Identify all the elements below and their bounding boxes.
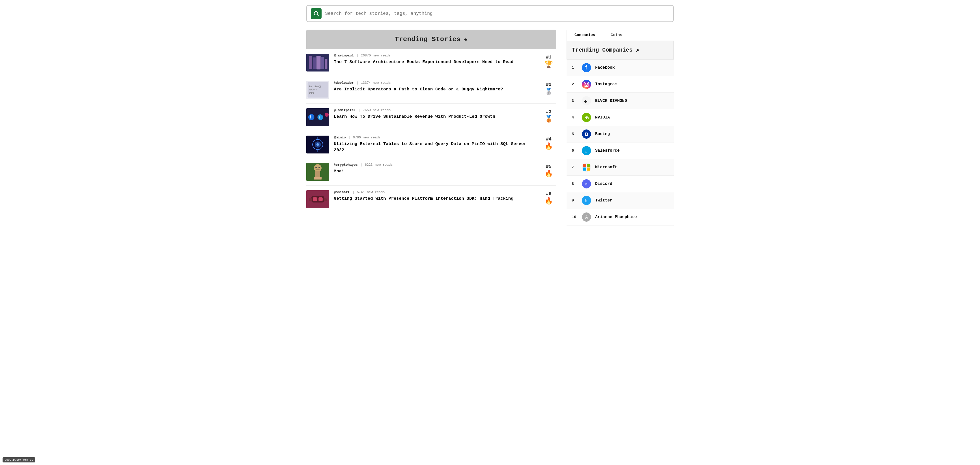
story-rank: #1🏆 — [541, 54, 556, 68]
story-item[interactable]: @javinpaul | 26870 new readsThe 7 Softwa… — [306, 49, 556, 76]
company-item[interactable]: 1fFacebook — [566, 59, 674, 76]
story-item[interactable]: function() return x{'}'}@devleader | 133… — [306, 76, 556, 104]
story-author: @cryptohayes — [334, 163, 358, 167]
company-rank: 9 — [572, 198, 578, 203]
svg-rect-3 — [309, 56, 312, 69]
company-rank: 1 — [572, 65, 578, 70]
story-meta: @cryptohayes | 6223 new reads — [334, 163, 536, 167]
story-reads: 26870 new reads — [361, 54, 391, 57]
story-rank: #5🔥 — [541, 163, 556, 178]
company-item[interactable]: 4NVNVIDIA — [566, 109, 674, 126]
stories-star-icon: ★ — [464, 35, 468, 43]
company-name: Arianne Phosphate — [595, 215, 637, 219]
svg-text:f: f — [310, 115, 311, 119]
svg-rect-5 — [317, 56, 321, 70]
rank-label: #4 — [546, 137, 552, 142]
story-thumbnail — [306, 190, 329, 208]
story-rank: #6🔥 — [541, 190, 556, 205]
story-meta: @lomitpatel | 7650 new reads — [334, 108, 536, 112]
story-item[interactable]: @cryptohayes | 6223 new readsMoai#5🔥 — [306, 158, 556, 186]
svg-text:return x: return x — [309, 89, 318, 91]
search-input[interactable] — [325, 11, 669, 16]
company-item[interactable]: 2Instagram — [566, 76, 674, 93]
story-reads: 7650 new reads — [363, 108, 391, 112]
story-reads: 6786 new reads — [353, 135, 381, 139]
companies-title: Trending Companies — [572, 47, 633, 53]
company-name: BLVCK DIVMOND — [595, 99, 627, 103]
company-logo — [582, 80, 591, 89]
company-logo: A — [582, 212, 591, 221]
tab-companies[interactable]: Companies — [566, 30, 603, 41]
story-meta: @devleader | 13374 new reads — [334, 81, 536, 85]
rank-label: #1 — [546, 55, 552, 60]
svg-point-18 — [325, 113, 329, 117]
svg-rect-35 — [318, 197, 323, 201]
stories-title: Trending Stories — [395, 35, 461, 43]
svg-text:A: A — [585, 215, 588, 219]
story-content: @javinpaul | 26870 new readsThe 7 Softwa… — [334, 54, 536, 65]
story-title: Learn How To Drive Sustainable Revenue W… — [334, 114, 536, 120]
story-title: Moai — [334, 168, 536, 174]
svg-rect-55 — [583, 167, 586, 170]
svg-text:☁: ☁ — [584, 149, 587, 154]
story-author: @devleader — [334, 81, 354, 85]
company-item[interactable]: 5BBoeing — [566, 126, 674, 142]
company-logo: NV — [582, 113, 591, 122]
company-item[interactable]: 3◆BLVCK DIVMOND — [566, 93, 674, 109]
svg-text:◆: ◆ — [584, 99, 587, 104]
svg-line-1 — [318, 15, 319, 16]
story-item[interactable]: ft@lomitpatel | 7650 new readsLearn How … — [306, 104, 556, 131]
company-name: Twitter — [595, 198, 612, 203]
story-thumbnail — [306, 135, 329, 153]
svg-point-14 — [308, 114, 314, 120]
svg-text:f: f — [585, 64, 587, 71]
company-logo: ☁ — [582, 146, 591, 155]
story-content: @cryptohayes | 6223 new readsMoai — [334, 163, 536, 174]
story-content: @minio | 6786 new readsUtilizing Externa… — [334, 135, 536, 153]
svg-point-26 — [314, 164, 321, 172]
story-author: @lomitpatel — [334, 108, 356, 112]
stories-panel: Trending Stories ★ @javinpaul | 26870 ne… — [306, 30, 556, 213]
story-thumbnail — [306, 54, 329, 72]
svg-text:{'}'}: {'}'} — [309, 92, 314, 94]
rank-icon: 🔥 — [545, 142, 553, 150]
stories-list: @javinpaul | 26870 new readsThe 7 Softwa… — [306, 49, 556, 213]
story-reads: 5741 new reads — [357, 190, 385, 194]
companies-panel: Companies Coins Trending Companies ↗ 1fF… — [566, 30, 674, 226]
tab-coins[interactable]: Coins — [603, 30, 630, 41]
svg-rect-4 — [313, 57, 316, 69]
story-rank: #4🔥 — [541, 135, 556, 150]
company-item[interactable]: 6☁Salesforce — [566, 142, 674, 159]
company-rank: 4 — [572, 115, 578, 120]
story-content: @lomitpatel | 7650 new readsLearn How To… — [334, 108, 536, 120]
story-rank: #2🥈 — [541, 81, 556, 96]
company-name: Microsoft — [595, 165, 617, 170]
svg-point-29 — [315, 167, 317, 168]
rank-label: #2 — [546, 82, 552, 87]
svg-text:NV: NV — [584, 116, 590, 120]
story-title: The 7 Software Architecture Books Experi… — [334, 59, 536, 65]
company-item[interactable]: 10AArianne Phosphate — [566, 209, 674, 226]
company-item[interactable]: 7Microsoft — [566, 159, 674, 176]
story-item[interactable]: @shiaart | 5741 new readsGetting Started… — [306, 186, 556, 213]
svg-rect-31 — [316, 169, 320, 170]
svg-rect-34 — [313, 197, 317, 201]
company-logo: 𝕏 — [582, 196, 591, 205]
rank-icon: 🥉 — [545, 115, 553, 123]
rank-icon: 🔥 — [545, 170, 553, 178]
search-icon — [313, 11, 319, 17]
rank-icon: 🥈 — [545, 88, 553, 96]
svg-rect-54 — [587, 164, 590, 167]
svg-text:B: B — [585, 132, 588, 137]
main-layout: Trending Stories ★ @javinpaul | 26870 ne… — [306, 30, 674, 226]
svg-text:function(): function() — [309, 86, 321, 88]
svg-rect-7 — [325, 59, 328, 69]
story-title: Getting Started With Presence Platform I… — [334, 196, 536, 202]
search-bar — [306, 5, 674, 22]
company-name: NVIDIA — [595, 115, 610, 120]
story-author: @javinpaul — [334, 54, 354, 57]
company-rank: 10 — [572, 215, 578, 219]
company-item[interactable]: 9𝕏Twitter — [566, 192, 674, 209]
company-item[interactable]: 8DDiscord — [566, 176, 674, 192]
story-item[interactable]: @minio | 6786 new readsUtilizing Externa… — [306, 131, 556, 158]
